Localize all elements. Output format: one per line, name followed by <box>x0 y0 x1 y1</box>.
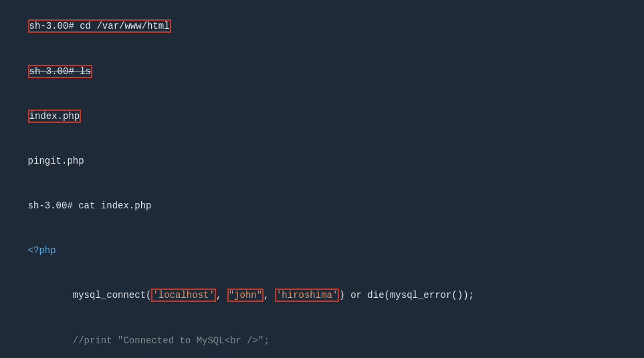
line-ls-command: sh-3.00# ls <box>5 49 639 94</box>
terminal: sh-3.00# cd /var/www/html sh-3.00# ls in… <box>0 0 644 358</box>
line-php-open: <?php <box>5 228 639 273</box>
highlight-ls: sh-3.00# ls <box>28 65 92 78</box>
line-cat-command: sh-3.00# cat index.php <box>5 184 639 228</box>
highlight-hiroshima: 'hiroshima' <box>275 289 339 302</box>
highlight-cd: sh-3.00# cd /var/www/html <box>28 19 171 33</box>
highlight-localhost: 'localhost' <box>151 289 215 302</box>
line-comment-connected: //print "Connected to MySQL<br />"; <box>5 318 639 358</box>
highlight-index-php: index.php <box>28 110 82 123</box>
line-cd-command: sh-3.00# cd /var/www/html <box>5 4 639 49</box>
highlight-john: "john" <box>227 289 263 302</box>
line-pingit-php: pingit.php <box>5 139 639 184</box>
line-index-php: index.php <box>5 94 639 138</box>
line-mysql-connect: mysql_connect('localhost', "john", 'hiro… <box>5 273 639 318</box>
